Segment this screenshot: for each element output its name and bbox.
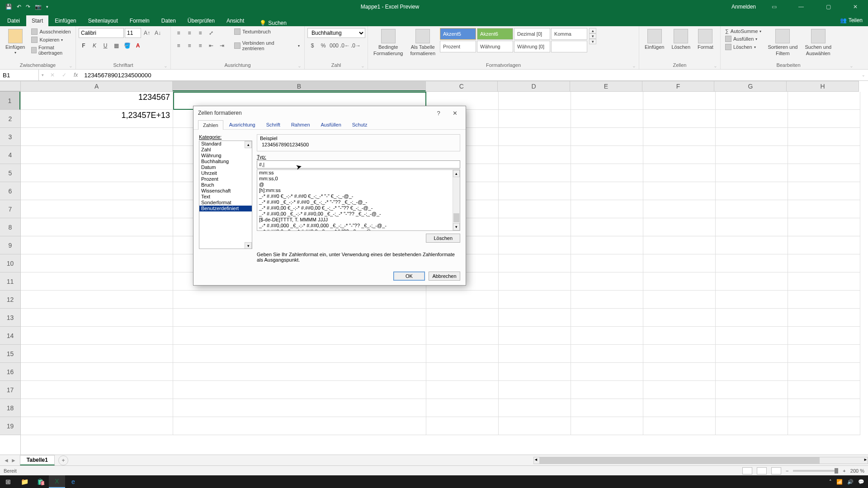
category-item[interactable]: Währung — [199, 153, 252, 159]
cell[interactable] — [571, 146, 643, 164]
cell[interactable] — [499, 110, 571, 128]
cell[interactable] — [499, 291, 571, 309]
expand-fbar-icon[interactable]: ⌄ — [859, 73, 868, 77]
tab-layout[interactable]: Seitenlayout — [83, 15, 123, 26]
col-header-a[interactable]: A — [21, 81, 173, 91]
autosum-button[interactable]: ∑AutoSumme▾ — [723, 28, 763, 34]
tab-review[interactable]: Überprüfen — [182, 15, 220, 26]
cell[interactable] — [643, 272, 716, 291]
cell[interactable] — [21, 291, 173, 309]
cell[interactable] — [499, 363, 571, 381]
cell[interactable] — [716, 182, 788, 200]
zoom-value[interactable]: 200 % — [850, 468, 864, 474]
align-right-icon[interactable]: ≡ — [195, 41, 205, 51]
paste-button[interactable]: Einfügen▾ — [3, 28, 28, 56]
cell[interactable] — [499, 309, 571, 327]
cell[interactable] — [571, 345, 643, 363]
cell[interactable] — [716, 236, 788, 254]
format-as-table-button[interactable]: Als Tabelleformatieren — [407, 28, 438, 57]
cell[interactable] — [788, 236, 860, 254]
qat-more-icon[interactable]: ▾ — [46, 5, 48, 9]
cell[interactable] — [173, 381, 426, 399]
col-header-e[interactable]: E — [570, 81, 642, 91]
cell[interactable] — [788, 146, 860, 164]
cell[interactable] — [426, 399, 499, 417]
tab-insert[interactable]: Einfügen — [49, 15, 81, 26]
cell[interactable] — [499, 92, 571, 110]
view-pagebreak-icon[interactable] — [771, 467, 781, 474]
cell[interactable] — [426, 417, 499, 435]
dlg-tab-align[interactable]: Ausrichtung — [224, 120, 260, 129]
format-item[interactable]: _-* #.##0,000 _€_-;-* #.##0,000 _€_-;_-*… — [257, 223, 460, 229]
cell[interactable] — [173, 291, 426, 309]
taskbar-explorer-icon[interactable]: 📁 — [16, 475, 33, 488]
sheet-tab-1[interactable]: Tabelle1 — [20, 455, 55, 465]
cell[interactable] — [643, 200, 716, 218]
cell[interactable] — [716, 417, 788, 435]
style-accent5[interactable]: Akzent5 — [440, 28, 476, 40]
format-item[interactable]: [h]:mm:ss — [257, 188, 460, 193]
cell[interactable] — [499, 272, 571, 291]
row-header-2[interactable]: 2 — [0, 110, 20, 128]
align-middle-icon[interactable]: ≡ — [184, 28, 194, 38]
ribbon-options-icon[interactable]: ▭ — [765, 4, 783, 10]
zoom-in-icon[interactable]: + — [843, 468, 845, 474]
format-item[interactable]: _-* #.##0,00 _€_-;-* #.##0,00 _€_-;_-* "… — [257, 211, 460, 217]
row-header-12[interactable]: 12 — [0, 291, 20, 309]
format-item[interactable]: mm:ss — [257, 170, 460, 176]
category-item[interactable]: Prozent — [199, 176, 252, 182]
tab-view[interactable]: Ansicht — [221, 15, 250, 26]
tab-prev-icon[interactable]: ◄ — [4, 457, 9, 464]
cell[interactable] — [716, 218, 788, 236]
cell[interactable] — [643, 345, 716, 363]
cell[interactable] — [21, 417, 173, 435]
outdent-icon[interactable]: ⇤ — [206, 41, 216, 51]
cell[interactable] — [716, 363, 788, 381]
row-header-9[interactable]: 9 — [0, 236, 20, 254]
cell[interactable] — [21, 381, 173, 399]
cell[interactable] — [173, 399, 426, 417]
cell[interactable] — [571, 128, 643, 146]
cell[interactable] — [426, 345, 499, 363]
cell[interactable] — [716, 381, 788, 399]
type-input[interactable] — [257, 160, 460, 169]
cell[interactable] — [21, 146, 173, 164]
align-top-icon[interactable]: ≡ — [174, 28, 184, 38]
cell[interactable] — [499, 218, 571, 236]
format-painter-button[interactable]: Format übertragen — [29, 44, 73, 56]
cell[interactable] — [21, 272, 173, 291]
cell[interactable] — [643, 254, 716, 272]
cell[interactable] — [716, 309, 788, 327]
conditional-formatting-button[interactable]: BedingteFormatierung — [371, 28, 406, 57]
cell[interactable] — [571, 254, 643, 272]
category-list[interactable]: ▴ ▾ StandardZahlWährungBuchhaltungDatumU… — [199, 141, 252, 249]
number-format-select[interactable]: Buchhaltung — [307, 28, 365, 38]
add-sheet-button[interactable]: + — [58, 455, 68, 465]
cell[interactable] — [426, 381, 499, 399]
row-header-6[interactable]: 6 — [0, 182, 20, 200]
delete-cells-button[interactable]: Löschen — [669, 28, 693, 51]
row-header-13[interactable]: 13 — [0, 309, 20, 327]
merge-center-button[interactable]: Verbinden und zentrieren▾ — [232, 40, 302, 52]
category-item[interactable]: Zahl — [199, 147, 252, 153]
row-header-5[interactable]: 5 — [0, 164, 20, 182]
align-center-icon[interactable]: ≡ — [184, 41, 194, 51]
cell[interactable] — [788, 399, 860, 417]
cell[interactable] — [173, 309, 426, 327]
fmtlist-scroll-down[interactable]: ▾ — [453, 223, 460, 230]
category-item[interactable]: Benutzerdefiniert — [199, 206, 252, 211]
underline-icon[interactable]: U — [100, 41, 110, 51]
col-header-c[interactable]: C — [426, 81, 498, 91]
border-icon[interactable]: ▦ — [111, 41, 121, 51]
style-currency0[interactable]: Währung [0] — [514, 41, 550, 52]
row-header-1[interactable]: 1 — [0, 92, 20, 110]
cell[interactable] — [716, 399, 788, 417]
format-item[interactable]: [$-de-DE]TTTT, T. MMMM JJJJ — [257, 217, 460, 223]
cell[interactable] — [571, 110, 643, 128]
cell[interactable] — [21, 327, 173, 345]
cell[interactable] — [716, 128, 788, 146]
cell[interactable] — [426, 327, 499, 345]
align-bottom-icon[interactable]: ≡ — [195, 28, 205, 38]
delete-format-button[interactable]: Löschen — [426, 234, 460, 243]
cell[interactable] — [21, 309, 173, 327]
